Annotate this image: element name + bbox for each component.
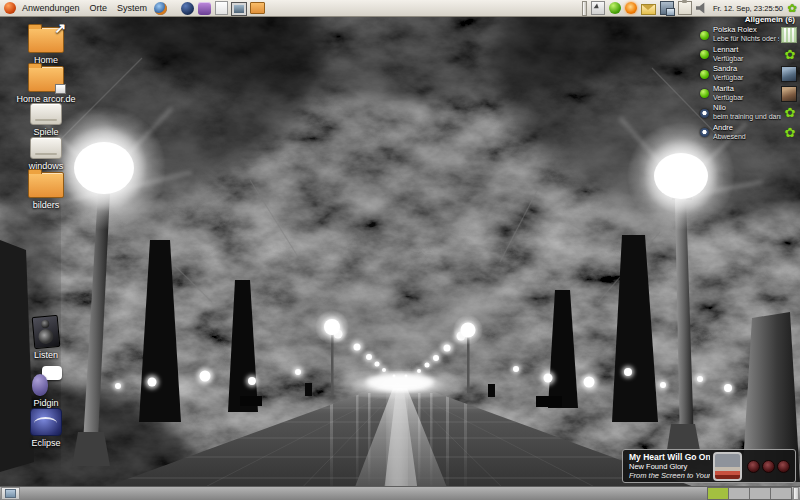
song-title: My Heart Will Go On [629, 452, 710, 462]
status-away-icon [700, 128, 709, 137]
previous-button[interactable] [747, 460, 760, 473]
home-folder-icon [28, 27, 64, 53]
buddy-status-message: Verfügbar [713, 55, 781, 63]
pidgin-bird-icon [30, 366, 62, 396]
clipboard-tray-icon[interactable] [678, 1, 692, 15]
desktop-icon-label: Eclipse [31, 439, 60, 448]
workspace-3[interactable] [750, 488, 771, 499]
status-available-icon [700, 89, 709, 98]
document-icon[interactable] [215, 1, 228, 15]
distro-logo-icon[interactable] [4, 2, 16, 14]
menu-anwendungen[interactable]: Anwendungen [17, 0, 85, 16]
status-available-icon [700, 31, 709, 40]
workspace-1[interactable] [708, 488, 729, 499]
buddy-name: Polska Rolex [713, 26, 779, 35]
drive-icon [30, 103, 62, 125]
buddy-row-lennart[interactable]: Lennart Verfügbar [694, 46, 800, 63]
show-desktop-button[interactable] [1, 487, 20, 500]
pointer-tray-icon[interactable] [591, 1, 605, 15]
screens-tray-icon[interactable] [660, 1, 674, 15]
desktop-icon-pidgin[interactable]: Pidgin [12, 366, 80, 408]
buddy-status-message: beim training und dann ... [713, 113, 781, 121]
status-away-icon [700, 109, 709, 118]
next-button[interactable] [777, 460, 790, 473]
desktop-icon-windows[interactable]: windows [12, 132, 80, 171]
buddy-row-polska-rolex[interactable]: Polska Rolex Lebe für Nichts oder ster..… [694, 27, 800, 44]
purple-app-icon[interactable] [198, 2, 211, 15]
desktop-icon-label: bilders [33, 201, 60, 210]
monitor-icon[interactable] [232, 3, 246, 15]
eclipse-sphere-icon [30, 408, 62, 436]
system-tray: Fr. 12. Sep, 23:25:50 [580, 1, 798, 16]
workspace-switcher [707, 487, 792, 500]
firefox-icon[interactable] [154, 2, 167, 15]
bottom-panel [0, 486, 800, 500]
buddy-status-message: Verfügbar [713, 94, 779, 102]
buddy-row-sandra[interactable]: Sandra Verfügbar [694, 66, 800, 83]
panel-handle[interactable] [793, 487, 799, 500]
desktop-icon-eclipse[interactable]: Eclipse [12, 408, 80, 448]
buddy-row-nilo[interactable]: Nilo beim training und dann ... [694, 105, 800, 122]
desktop-icon [5, 489, 16, 498]
buddy-status-message: Abwesend [713, 133, 781, 141]
buddy-name: Sandra [713, 65, 779, 74]
buddy-name: Lennart [713, 46, 781, 55]
mail-tray-icon[interactable] [641, 4, 656, 15]
drive-icon [30, 137, 62, 159]
menu-orte[interactable]: Orte [85, 0, 113, 16]
desktop-icon-listen[interactable]: Listen [12, 316, 80, 360]
desktop-icon-label: Pidgin [33, 399, 58, 408]
volume-icon[interactable] [696, 2, 708, 14]
song-artist: New Found Glory [629, 462, 710, 471]
buddy-name: Andre [713, 124, 781, 133]
blue-sphere-icon[interactable] [181, 2, 194, 15]
album-art [713, 452, 742, 481]
menu-system[interactable]: System [112, 0, 152, 16]
play-pause-button[interactable] [762, 460, 775, 473]
desktop-icon-bilders[interactable]: bilders [12, 172, 80, 210]
buddy-list: Allgemein (6) Polska Rolex Lebe für Nich… [694, 15, 800, 141]
speaker-icon [32, 315, 61, 349]
folder-icon [28, 172, 64, 198]
status-available-icon [700, 50, 709, 59]
song-album: From the Screen to Your Stereo [629, 471, 710, 480]
pidgin-tray-flower-icon[interactable] [786, 2, 798, 15]
icq-flower-icon [783, 106, 797, 120]
remote-folder-icon [28, 66, 64, 92]
top-panel: Anwendungen Orte System Fr. 12. Sep, 23:… [0, 0, 800, 17]
update-orb-icon[interactable] [609, 2, 621, 14]
music-notification: My Heart Will Go On New Found Glory From… [622, 449, 796, 483]
icq-flower-icon [783, 48, 797, 62]
folder-launcher-icon[interactable] [250, 2, 265, 14]
buddy-avatar [781, 86, 797, 102]
tray-handle[interactable] [582, 1, 587, 16]
wallpaper-night-avenue [0, 0, 800, 500]
workspace-2[interactable] [729, 488, 750, 499]
clock[interactable]: Fr. 12. Sep, 23:25:50 [713, 4, 783, 13]
buddy-avatar [781, 27, 797, 43]
status-available-icon [700, 70, 709, 79]
icq-flower-icon [783, 126, 797, 140]
buddy-avatar [781, 66, 797, 82]
desktop-icon-home[interactable]: Home [12, 27, 80, 65]
buddy-name: Marita [713, 85, 779, 94]
buddy-status-message: Lebe für Nichts oder ster... [713, 35, 779, 43]
desktop-icon-label: Listen [34, 351, 58, 360]
workspace-4[interactable] [771, 488, 791, 499]
orange-burst-icon[interactable] [625, 2, 637, 14]
buddy-row-marita[interactable]: Marita Verfügbar [694, 85, 800, 102]
buddy-status-message: Verfügbar [713, 74, 779, 82]
buddy-row-andre[interactable]: Andre Abwesend [694, 124, 800, 141]
buddy-name: Nilo [713, 104, 781, 113]
